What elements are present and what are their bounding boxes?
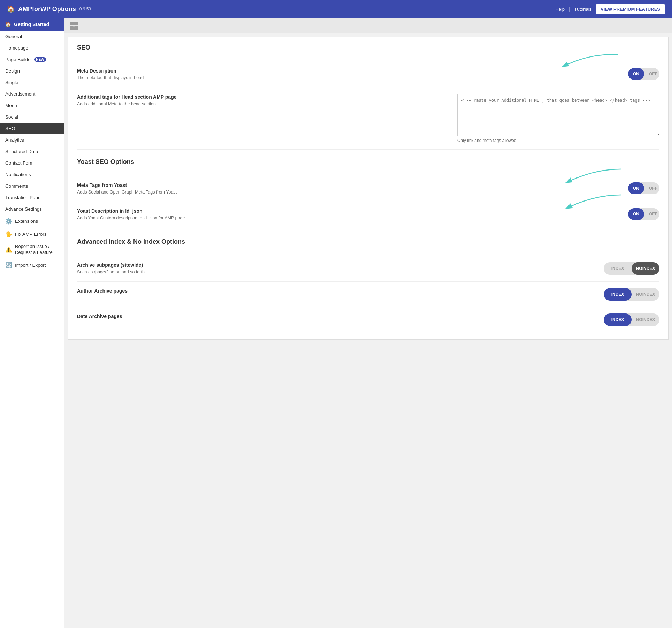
sidebar-label-advance-settings: Advance Settings	[5, 206, 42, 212]
sidebar-item-structured-data[interactable]: Structured Data	[0, 146, 64, 157]
sidebar-item-design[interactable]: Design	[0, 65, 64, 77]
header: 🏠 AMPforWP Options 0.9.53 Help | Tutoria…	[0, 0, 672, 18]
layout: 🏠 Getting Started General Homepage Page …	[0, 18, 672, 628]
sidebar-label-comments: Comments	[5, 183, 28, 189]
tutorials-link[interactable]: Tutorials	[574, 7, 591, 12]
app-title: AMPforWP Options	[18, 6, 76, 13]
yoast-desc-control: ON OFF	[628, 208, 659, 220]
view-premium-button[interactable]: VIEW PREMIUM FEATURES	[596, 4, 665, 14]
meta-tags-yoast-off-btn[interactable]: OFF	[644, 182, 659, 194]
grid-cell-3	[70, 26, 74, 30]
sidebar-item-import-export[interactable]: 🔄 Import / Export	[0, 259, 64, 272]
yoast-desc-off-btn[interactable]: OFF	[644, 208, 659, 220]
yoast-desc-on-btn[interactable]: ON	[628, 208, 644, 220]
meta-description-on-btn[interactable]: ON	[628, 68, 644, 80]
sidebar-label-extensions: Extensions	[15, 219, 38, 224]
archive-noindex-btn[interactable]: NOINDEX	[632, 262, 659, 275]
seo-section-title: SEO	[77, 44, 659, 55]
additional-tags-note: Only link and meta tags allowed	[457, 138, 516, 143]
yoast-section: Yoast SEO Options Meta Tags from Yoast	[77, 158, 659, 228]
main-content: SEO Meta Description The meta tag that d…	[64, 18, 672, 628]
sidebar-label-homepage: Homepage	[5, 45, 28, 51]
sidebar-label-menu: Menu	[5, 103, 17, 108]
meta-description-row: Meta Description The meta tag that displ…	[77, 62, 659, 88]
sidebar-label-analytics: Analytics	[5, 137, 24, 143]
sidebar-item-social[interactable]: Social	[0, 111, 64, 123]
header-right: Help | Tutorials VIEW PREMIUM FEATURES	[555, 4, 665, 14]
archive-index-btn[interactable]: INDEX	[604, 262, 632, 275]
sidebar-label-social: Social	[5, 114, 18, 120]
help-link[interactable]: Help	[555, 7, 565, 12]
meta-description-desc: The meta tag that displays in head	[77, 75, 621, 81]
content-area: SEO Meta Description The meta tag that d…	[68, 37, 669, 340]
sidebar-item-homepage[interactable]: Homepage	[0, 42, 64, 54]
meta-tags-yoast-label: Meta Tags from Yoast	[77, 182, 621, 188]
archive-subpages-row: Archive subpages (sitewide) Such as /pag…	[77, 256, 659, 282]
additional-tags-control: Only link and meta tags allowed	[457, 94, 659, 143]
author-archive-toggle[interactable]: INDEX NOINDEX	[604, 288, 659, 301]
sidebar-item-single[interactable]: Single	[0, 77, 64, 88]
sidebar-item-extensions[interactable]: ⚙️ Extensions	[0, 215, 64, 228]
sidebar-item-report-issue[interactable]: ⚠️ Report an Issue / Request a Feature	[0, 241, 64, 259]
sidebar-label-contact-form: Contact Form	[5, 160, 34, 166]
sidebar-item-contact-form[interactable]: Contact Form	[0, 157, 64, 169]
home-icon: 🏠	[7, 5, 15, 13]
meta-description-label: Meta Description	[77, 68, 621, 74]
meta-tags-yoast-control: ON OFF	[628, 182, 659, 194]
sidebar-item-notifications[interactable]: Notifications	[0, 169, 64, 180]
header-left: 🏠 AMPforWP Options 0.9.53	[7, 5, 91, 13]
archive-subpages-label: Archive subpages (sitewide)	[77, 262, 597, 268]
date-archive-toggle[interactable]: INDEX NOINDEX	[604, 313, 659, 326]
sidebar-item-advertisement[interactable]: Advertisement	[0, 88, 64, 100]
yoast-desc-label: Yoast Description in ld+json	[77, 208, 621, 214]
sidebar-item-general[interactable]: General	[0, 31, 64, 42]
additional-tags-info: Additional tags for Head section AMP pag…	[77, 94, 457, 107]
additional-tags-row: Additional tags for Head section AMP pag…	[77, 88, 659, 150]
meta-description-toggle[interactable]: ON OFF	[628, 68, 659, 80]
date-noindex-btn[interactable]: NOINDEX	[632, 313, 659, 326]
sidebar-item-analytics[interactable]: Analytics	[0, 134, 64, 146]
additional-tags-textarea[interactable]	[457, 94, 659, 136]
grid-cell-2	[74, 22, 78, 25]
meta-tags-yoast-on-btn[interactable]: ON	[628, 182, 644, 194]
sidebar-item-advance-settings[interactable]: Advance Settings	[0, 203, 64, 215]
meta-description-info: Meta Description The meta tag that displ…	[77, 68, 628, 81]
sidebar-item-menu[interactable]: Menu	[0, 100, 64, 111]
sidebar-label-report: Report an Issue / Request a Feature	[15, 244, 59, 256]
warning-icon: ⚠️	[5, 246, 12, 253]
grid-view-icon[interactable]	[70, 22, 78, 30]
author-archive-label: Author Archive pages	[77, 288, 597, 294]
main-toolbar	[64, 18, 672, 33]
app-version: 0.9.53	[79, 7, 91, 12]
sidebar-label-translation-panel: Translation Panel	[5, 195, 42, 200]
fix-amp-icon: 🖐️	[5, 231, 12, 237]
archive-index-toggle[interactable]: INDEX NOINDEX	[604, 262, 659, 275]
advanced-index-title: Advanced Index & No Index Options	[77, 238, 659, 249]
date-archive-row: Date Archive pages INDEX NOINDEX	[77, 307, 659, 332]
extensions-icon: ⚙️	[5, 218, 12, 225]
yoast-desc-desc: Adds Yoast Custom description to ld+json…	[77, 215, 621, 221]
sidebar-label-import-export: Import / Export	[15, 263, 46, 268]
author-noindex-btn[interactable]: NOINDEX	[632, 288, 659, 301]
sidebar-item-seo[interactable]: SEO	[0, 123, 64, 134]
meta-description-off-btn[interactable]: OFF	[644, 68, 659, 80]
header-divider: |	[569, 6, 570, 12]
yoast-desc-row: Yoast Description in ld+json Adds Yoast …	[77, 202, 659, 228]
sidebar-item-comments[interactable]: Comments	[0, 180, 64, 192]
sidebar-item-fix-amp-errors[interactable]: 🖐️ Fix AMP Errors	[0, 228, 64, 241]
author-index-btn[interactable]: INDEX	[604, 288, 632, 301]
sidebar-label-seo: SEO	[5, 126, 15, 131]
date-archive-control: INDEX NOINDEX	[604, 313, 659, 326]
sidebar-item-getting-started[interactable]: 🏠 Getting Started	[0, 18, 64, 31]
date-index-btn[interactable]: INDEX	[604, 313, 632, 326]
meta-tags-yoast-toggle[interactable]: ON OFF	[628, 182, 659, 194]
author-archive-row: Author Archive pages INDEX NOINDEX	[77, 282, 659, 307]
sidebar-label-single: Single	[5, 80, 18, 85]
sidebar-item-translation-panel[interactable]: Translation Panel	[0, 192, 64, 203]
sidebar-item-page-builder[interactable]: Page Builder NEW	[0, 54, 64, 65]
grid-cell-4	[74, 26, 78, 30]
yoast-desc-toggle[interactable]: ON OFF	[628, 208, 659, 220]
sidebar-label-advertisement: Advertisement	[5, 91, 35, 97]
sidebar-label-general: General	[5, 34, 22, 39]
sidebar-label-structured-data: Structured Data	[5, 149, 38, 154]
